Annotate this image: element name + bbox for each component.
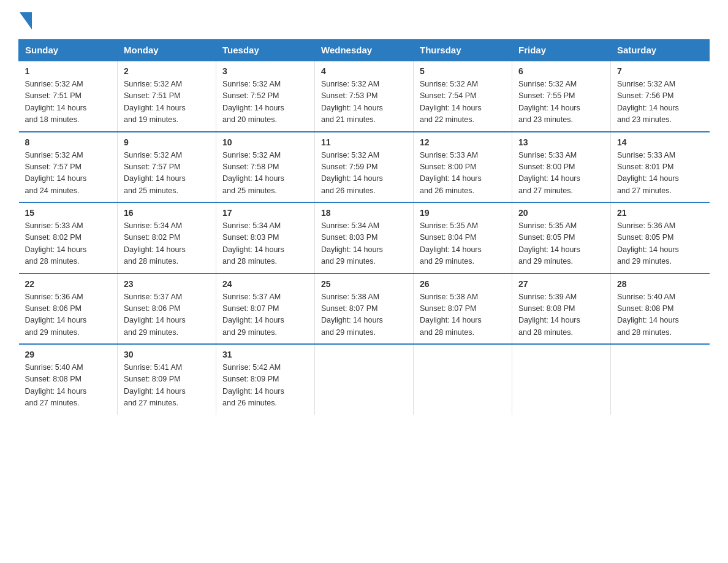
header-cell-friday: Friday — [512, 40, 611, 61]
day-cell: 2 Sunrise: 5:32 AM Sunset: 7:51 PM Dayli… — [118, 61, 216, 132]
day-number: 3 — [222, 66, 308, 76]
day-number: 2 — [124, 66, 210, 76]
day-cell: 6 Sunrise: 5:32 AM Sunset: 7:55 PM Dayli… — [512, 61, 611, 132]
day-number: 11 — [321, 137, 407, 147]
svg-marker-0 — [20, 12, 32, 29]
day-cell: 30 Sunrise: 5:41 AM Sunset: 8:09 PM Dayl… — [118, 344, 216, 415]
day-number: 15 — [25, 208, 112, 218]
day-number: 14 — [617, 137, 703, 147]
day-cell — [315, 344, 414, 415]
day-cell: 21 Sunrise: 5:36 AM Sunset: 8:05 PM Dayl… — [611, 202, 710, 274]
day-info: Sunrise: 5:34 AM Sunset: 8:03 PM Dayligh… — [222, 220, 308, 268]
calendar-table: SundayMondayTuesdayWednesdayThursdayFrid… — [18, 39, 710, 415]
header-cell-saturday: Saturday — [611, 40, 710, 61]
day-cell: 19 Sunrise: 5:35 AM Sunset: 8:04 PM Dayl… — [414, 202, 512, 274]
day-cell: 20 Sunrise: 5:35 AM Sunset: 8:05 PM Dayl… — [512, 202, 611, 274]
day-info: Sunrise: 5:32 AM Sunset: 7:51 PM Dayligh… — [25, 79, 112, 126]
day-info: Sunrise: 5:38 AM Sunset: 8:07 PM Dayligh… — [420, 291, 506, 339]
day-info: Sunrise: 5:32 AM Sunset: 7:59 PM Dayligh… — [321, 150, 407, 197]
day-number: 23 — [124, 279, 210, 289]
day-number: 7 — [617, 66, 703, 76]
week-row-4: 22 Sunrise: 5:36 AM Sunset: 8:06 PM Dayl… — [19, 274, 710, 345]
day-info: Sunrise: 5:32 AM Sunset: 7:57 PM Dayligh… — [25, 150, 112, 197]
day-number: 16 — [124, 208, 210, 218]
day-info: Sunrise: 5:32 AM Sunset: 7:54 PM Dayligh… — [420, 79, 506, 126]
day-cell: 16 Sunrise: 5:34 AM Sunset: 8:02 PM Dayl… — [118, 202, 216, 274]
day-cell: 29 Sunrise: 5:40 AM Sunset: 8:08 PM Dayl… — [19, 344, 118, 415]
day-info: Sunrise: 5:34 AM Sunset: 8:03 PM Dayligh… — [321, 220, 407, 268]
header-cell-sunday: Sunday — [19, 40, 118, 61]
day-info: Sunrise: 5:32 AM Sunset: 7:53 PM Dayligh… — [321, 79, 407, 126]
day-number: 19 — [420, 208, 506, 218]
week-row-5: 29 Sunrise: 5:40 AM Sunset: 8:08 PM Dayl… — [19, 344, 710, 415]
logo-arrow-icon — [20, 12, 32, 29]
day-number: 5 — [420, 66, 506, 76]
day-info: Sunrise: 5:33 AM Sunset: 8:02 PM Dayligh… — [25, 220, 112, 268]
day-info: Sunrise: 5:33 AM Sunset: 8:00 PM Dayligh… — [518, 150, 604, 197]
day-number: 29 — [25, 350, 112, 359]
day-info: Sunrise: 5:39 AM Sunset: 8:08 PM Dayligh… — [518, 291, 604, 339]
day-cell: 1 Sunrise: 5:32 AM Sunset: 7:51 PM Dayli… — [19, 61, 118, 132]
week-row-2: 8 Sunrise: 5:32 AM Sunset: 7:57 PM Dayli… — [19, 132, 710, 203]
day-number: 18 — [321, 208, 407, 218]
day-cell: 25 Sunrise: 5:38 AM Sunset: 8:07 PM Dayl… — [315, 274, 414, 345]
day-info: Sunrise: 5:32 AM Sunset: 7:58 PM Dayligh… — [222, 150, 308, 197]
day-info: Sunrise: 5:40 AM Sunset: 8:08 PM Dayligh… — [617, 291, 703, 339]
day-info: Sunrise: 5:40 AM Sunset: 8:08 PM Dayligh… — [25, 362, 112, 410]
header-cell-wednesday: Wednesday — [315, 40, 414, 61]
day-info: Sunrise: 5:37 AM Sunset: 8:07 PM Dayligh… — [222, 291, 308, 339]
header-cell-monday: Monday — [118, 40, 216, 61]
day-number: 25 — [321, 279, 407, 289]
day-cell: 23 Sunrise: 5:37 AM Sunset: 8:06 PM Dayl… — [118, 274, 216, 345]
day-info: Sunrise: 5:35 AM Sunset: 8:05 PM Dayligh… — [518, 220, 604, 268]
day-number: 28 — [617, 279, 703, 289]
day-info: Sunrise: 5:32 AM Sunset: 7:52 PM Dayligh… — [222, 79, 308, 126]
day-number: 31 — [222, 350, 308, 359]
day-cell: 17 Sunrise: 5:34 AM Sunset: 8:03 PM Dayl… — [216, 202, 315, 274]
day-info: Sunrise: 5:37 AM Sunset: 8:06 PM Dayligh… — [124, 291, 210, 339]
day-number: 10 — [222, 137, 308, 147]
header-row: SundayMondayTuesdayWednesdayThursdayFrid… — [19, 40, 710, 61]
header-cell-thursday: Thursday — [414, 40, 512, 61]
day-info: Sunrise: 5:32 AM Sunset: 7:55 PM Dayligh… — [518, 79, 604, 126]
day-info: Sunrise: 5:36 AM Sunset: 8:05 PM Dayligh… — [617, 220, 703, 268]
day-number: 30 — [124, 350, 210, 359]
day-info: Sunrise: 5:38 AM Sunset: 8:07 PM Dayligh… — [321, 291, 407, 339]
day-info: Sunrise: 5:32 AM Sunset: 7:57 PM Dayligh… — [124, 150, 210, 197]
day-cell: 18 Sunrise: 5:34 AM Sunset: 8:03 PM Dayl… — [315, 202, 414, 274]
day-cell: 31 Sunrise: 5:42 AM Sunset: 8:09 PM Dayl… — [216, 344, 315, 415]
day-cell: 3 Sunrise: 5:32 AM Sunset: 7:52 PM Dayli… — [216, 61, 315, 132]
day-number: 26 — [420, 279, 506, 289]
day-number: 20 — [518, 208, 604, 218]
day-number: 27 — [518, 279, 604, 289]
day-cell — [512, 344, 611, 415]
day-cell: 4 Sunrise: 5:32 AM Sunset: 7:53 PM Dayli… — [315, 61, 414, 132]
day-cell: 24 Sunrise: 5:37 AM Sunset: 8:07 PM Dayl… — [216, 274, 315, 345]
day-number: 24 — [222, 279, 308, 289]
day-number: 9 — [124, 137, 210, 147]
day-number: 8 — [25, 137, 112, 147]
week-row-3: 15 Sunrise: 5:33 AM Sunset: 8:02 PM Dayl… — [19, 202, 710, 274]
day-number: 12 — [420, 137, 506, 147]
day-info: Sunrise: 5:36 AM Sunset: 8:06 PM Dayligh… — [25, 291, 112, 339]
day-cell: 27 Sunrise: 5:39 AM Sunset: 8:08 PM Dayl… — [512, 274, 611, 345]
day-number: 6 — [518, 66, 604, 76]
day-cell: 5 Sunrise: 5:32 AM Sunset: 7:54 PM Dayli… — [414, 61, 512, 132]
day-info: Sunrise: 5:35 AM Sunset: 8:04 PM Dayligh… — [420, 220, 506, 268]
day-cell: 22 Sunrise: 5:36 AM Sunset: 8:06 PM Dayl… — [19, 274, 118, 345]
day-number: 17 — [222, 208, 308, 218]
day-cell: 9 Sunrise: 5:32 AM Sunset: 7:57 PM Dayli… — [118, 132, 216, 203]
day-info: Sunrise: 5:33 AM Sunset: 8:01 PM Dayligh… — [617, 150, 703, 197]
day-cell: 10 Sunrise: 5:32 AM Sunset: 7:58 PM Dayl… — [216, 132, 315, 203]
day-cell: 14 Sunrise: 5:33 AM Sunset: 8:01 PM Dayl… — [611, 132, 710, 203]
day-cell: 8 Sunrise: 5:32 AM Sunset: 7:57 PM Dayli… — [19, 132, 118, 203]
logo — [18, 12, 32, 29]
day-cell: 28 Sunrise: 5:40 AM Sunset: 8:08 PM Dayl… — [611, 274, 710, 345]
day-cell — [414, 344, 512, 415]
day-info: Sunrise: 5:42 AM Sunset: 8:09 PM Dayligh… — [222, 362, 308, 410]
day-number: 13 — [518, 137, 604, 147]
day-cell: 26 Sunrise: 5:38 AM Sunset: 8:07 PM Dayl… — [414, 274, 512, 345]
day-info: Sunrise: 5:41 AM Sunset: 8:09 PM Dayligh… — [124, 362, 210, 410]
day-info: Sunrise: 5:34 AM Sunset: 8:02 PM Dayligh… — [124, 220, 210, 268]
day-number: 1 — [25, 66, 112, 76]
